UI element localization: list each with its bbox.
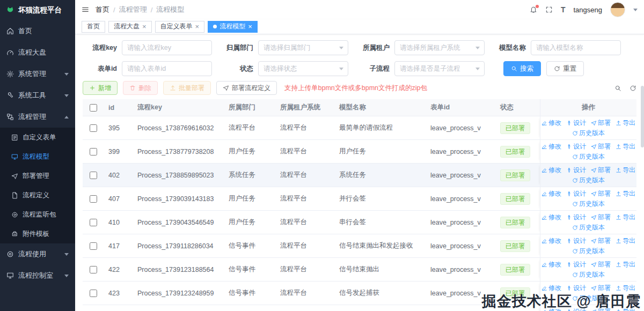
design-link[interactable]: 设计	[566, 260, 586, 269]
export-link[interactable]: 导出	[616, 142, 635, 151]
row-checkbox[interactable]	[90, 242, 97, 250]
sidebar-item-deployment-management[interactable]: 部署管理	[0, 166, 75, 186]
sidebar-item-attachment-template[interactable]: 附件模板	[0, 224, 75, 243]
search-icon[interactable]	[614, 85, 621, 92]
tab-close-icon[interactable]	[195, 23, 200, 30]
vertical-scrollbar[interactable]	[641, 86, 644, 147]
design-link[interactable]: 设计	[566, 213, 586, 222]
breadcrumb-home[interactable]: 首页	[96, 5, 109, 14]
sidebar-item-process-listener[interactable]: 流程监听包	[0, 205, 75, 224]
edit-link[interactable]: 修改	[541, 307, 561, 311]
tab-close-icon[interactable]	[248, 23, 252, 30]
row-checkbox[interactable]	[90, 148, 97, 156]
history-link[interactable]: 历史版本	[572, 247, 605, 256]
edit-link[interactable]: 修改	[541, 260, 561, 269]
export-link[interactable]: 导出	[616, 166, 635, 175]
export-link[interactable]: 导出	[616, 260, 635, 269]
edit-link[interactable]: 修改	[541, 213, 561, 222]
sidebar-item-process-control-room[interactable]: 流程控制室	[0, 265, 75, 286]
refresh-icon[interactable]	[630, 85, 636, 92]
design-link[interactable]: 设计	[566, 307, 586, 311]
design-link[interactable]: 设计	[566, 284, 586, 293]
reset-button[interactable]: 重置	[546, 61, 584, 76]
history-link[interactable]: 历史版本	[572, 199, 605, 209]
edit-link[interactable]: 修改	[541, 284, 561, 293]
sidebar-item-process-management[interactable]: 流程管理	[0, 106, 75, 128]
edit-link[interactable]: 修改	[541, 142, 561, 151]
history-link[interactable]: 历史版本	[572, 294, 605, 303]
design-link[interactable]: 设计	[566, 142, 586, 151]
export-link[interactable]: 导出	[616, 236, 635, 246]
row-checkbox[interactable]	[90, 266, 97, 273]
chevron-down-icon[interactable]	[633, 9, 638, 11]
design-link[interactable]: 设计	[566, 166, 586, 175]
status-select[interactable]	[258, 61, 348, 76]
subprocess-select[interactable]	[394, 61, 485, 76]
tab-close-icon[interactable]	[142, 23, 147, 30]
breadcrumb-process-management[interactable]: 流程管理	[119, 5, 147, 14]
add-button[interactable]: 新增	[83, 81, 118, 95]
deploy-link[interactable]: 部署	[591, 236, 611, 246]
search-button[interactable]: 搜索	[503, 61, 541, 76]
tab-process-model[interactable]: 流程模型	[208, 21, 258, 33]
select-all-checkbox[interactable]	[90, 104, 97, 112]
history-link[interactable]: 历史版本	[572, 270, 605, 279]
export-link[interactable]: 导出	[616, 189, 635, 198]
notification-button[interactable]	[530, 6, 537, 13]
sidebar-item-process-definition[interactable]: 流程定义	[0, 186, 75, 205]
export-link[interactable]: 导出	[616, 284, 635, 293]
design-link[interactable]: 设计	[566, 119, 586, 128]
design-link[interactable]: 设计	[566, 189, 586, 198]
export-link[interactable]: 导出	[616, 307, 635, 311]
deploy-link[interactable]: 部署	[591, 213, 611, 222]
deploy-link[interactable]: 部署	[591, 166, 611, 175]
deploy-link[interactable]: 部署	[591, 284, 611, 293]
history-link[interactable]: 历史版本	[572, 176, 605, 185]
sidebar-item-custom-forms[interactable]: 自定义表单	[0, 128, 75, 147]
sidebar-item-home[interactable]: 首页	[0, 20, 75, 42]
tab-home[interactable]: 首页	[82, 21, 105, 33]
sidebar-item-dashboard[interactable]: 流程大盘	[0, 42, 75, 63]
sidebar-item-system-management[interactable]: 系统管理	[0, 63, 75, 85]
department-select[interactable]	[258, 40, 348, 55]
deploy-link[interactable]: 部署	[591, 260, 611, 269]
row-checkbox[interactable]	[90, 172, 97, 179]
avatar[interactable]	[610, 2, 625, 17]
history-link[interactable]: 历史版本	[572, 152, 605, 161]
fullscreen-button[interactable]	[545, 6, 553, 13]
model-name-input[interactable]	[531, 40, 621, 55]
deploy-link[interactable]: 部署	[591, 307, 611, 311]
deploy-process-definition-button[interactable]: 部署流程定义	[216, 81, 277, 95]
process-key-input[interactable]	[122, 40, 212, 55]
edit-link[interactable]: 修改	[541, 236, 561, 246]
delete-button[interactable]: 删除	[123, 81, 158, 95]
export-link[interactable]: 导出	[616, 119, 635, 128]
tab-custom-forms[interactable]: 自定义表单	[155, 21, 205, 33]
row-checkbox[interactable]	[90, 290, 97, 297]
font-size-button[interactable]: T	[561, 5, 566, 14]
gauge-icon	[6, 49, 14, 56]
form-id-input[interactable]	[122, 61, 212, 76]
history-link[interactable]: 历史版本	[572, 223, 605, 232]
edit-link[interactable]: 修改	[541, 166, 561, 175]
deploy-link[interactable]: 部署	[591, 189, 611, 198]
tenant-select[interactable]	[394, 40, 485, 55]
sidebar-item-process-model[interactable]: 流程模型	[0, 147, 75, 166]
edit-link[interactable]: 修改	[541, 119, 561, 128]
deploy-link[interactable]: 部署	[591, 142, 611, 151]
history-icon	[572, 295, 578, 301]
history-link[interactable]: 历史版本	[572, 129, 605, 138]
tab-process-dashboard[interactable]: 流程大盘	[108, 21, 152, 33]
design-link[interactable]: 设计	[566, 236, 586, 246]
row-checkbox[interactable]	[90, 195, 97, 203]
edit-link[interactable]: 修改	[541, 189, 561, 198]
row-checkbox[interactable]	[90, 124, 97, 132]
sidebar-item-process-usage[interactable]: 流程使用	[0, 243, 75, 265]
collapse-sidebar-button[interactable]	[82, 6, 89, 13]
user-menu[interactable]: tangseng	[574, 6, 603, 14]
row-checkbox[interactable]	[90, 219, 97, 226]
batch-deploy-button[interactable]: 批量部署	[163, 81, 211, 95]
export-link[interactable]: 导出	[616, 213, 635, 222]
sidebar-item-system-tools[interactable]: 系统工具	[0, 85, 75, 106]
deploy-link[interactable]: 部署	[591, 119, 611, 128]
